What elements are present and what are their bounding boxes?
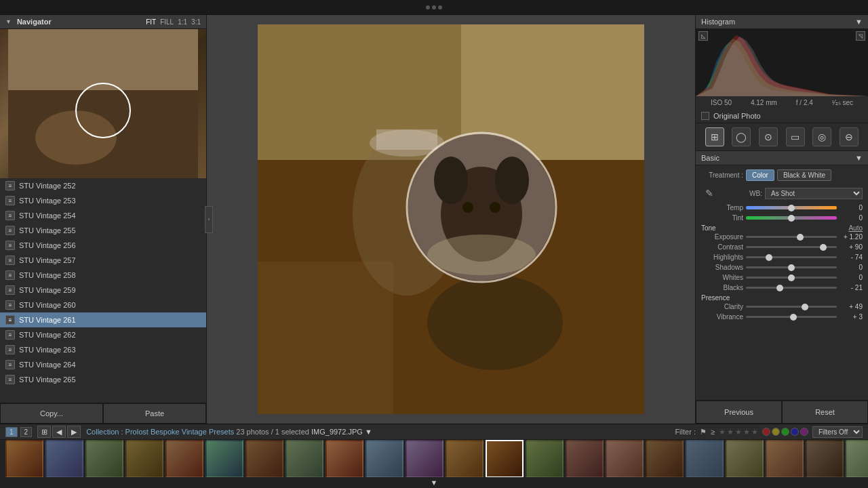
film-thumb[interactable] [766,440,804,477]
list-item[interactable]: ≡ STU Vintage 255 [0,223,206,238]
star-filter[interactable]: ★★★★★ [719,428,758,436]
lens-correction-icon[interactable]: ⊖ [840,127,859,146]
whites-slider[interactable] [746,277,837,279]
list-item[interactable]: ≡ STU Vintage 262 [0,327,206,342]
filename-dropdown[interactable]: ▼ [365,428,372,436]
red-filter[interactable] [762,428,770,436]
film-thumb[interactable] [726,440,764,477]
highlight-clipping-icon[interactable]: ◹ [856,31,865,41]
page-1-button[interactable]: 1 [5,427,18,437]
focal-length-value: 4.12 mm [751,99,777,106]
list-item[interactable]: ≡ STU Vintage 253 [0,193,206,208]
reset-button[interactable]: Reset [782,401,868,424]
fit-option-fill[interactable]: FILL [160,18,174,26]
fit-option-fit[interactable]: FIT [146,18,156,26]
clarity-slider[interactable] [746,306,837,308]
paste-button[interactable]: Paste [103,403,206,424]
highlights-thumb[interactable] [766,254,772,261]
temp-slider-thumb[interactable] [788,205,795,211]
film-thumb[interactable] [646,440,684,477]
list-item[interactable]: ≡ STU Vintage 254 [0,208,206,223]
blacks-slider[interactable] [746,287,837,289]
film-thumb[interactable] [326,440,363,477]
film-thumb[interactable] [245,440,283,477]
list-item[interactable]: ≡ STU Vintage 252 [0,178,206,193]
bw-treatment-button[interactable]: Black & White [777,169,831,181]
tint-slider-thumb[interactable] [788,215,795,222]
shadows-slider[interactable] [746,266,837,268]
film-thumb[interactable] [446,440,484,477]
fit-option-3-1[interactable]: 3:1 [191,18,201,26]
list-item-selected[interactable]: ≡ STU Vintage 261 [0,312,206,327]
list-item[interactable]: ≡ STU Vintage 265 [0,372,206,387]
contrast-thumb[interactable] [820,244,827,251]
film-thumb[interactable] [686,440,724,477]
vibrance-slider[interactable] [746,316,837,318]
film-thumb[interactable] [165,440,203,477]
film-thumb[interactable] [5,440,43,477]
wb-select[interactable]: As Shot [765,188,863,199]
purple-filter[interactable] [800,428,808,436]
shadow-clipping-icon[interactable]: ◺ [698,31,708,41]
list-item[interactable]: ≡ STU Vintage 263 [0,342,206,357]
film-thumb-selected[interactable] [486,440,524,477]
copy-button[interactable]: Copy... [0,403,103,424]
prev-arrow[interactable]: ◀ [52,426,66,438]
filter-greater[interactable]: ≥ [711,428,715,436]
histogram-collapse-icon[interactable]: ▼ [855,18,863,26]
film-thumb[interactable] [846,440,868,477]
tone-curve-icon[interactable]: ◯ [732,127,751,146]
film-thumb[interactable] [406,440,443,477]
previous-button[interactable]: Previous [696,401,782,424]
page-2-button[interactable]: 2 [20,427,33,437]
green-filter[interactable] [781,428,789,436]
temp-slider-track[interactable] [746,206,837,209]
list-item[interactable]: ≡ STU Vintage 259 [0,283,206,298]
auto-button[interactable]: Auto [848,224,863,232]
film-thumb[interactable] [526,440,564,477]
split-toning-icon[interactable]: ▭ [786,127,805,146]
navigator-collapse-triangle[interactable]: ▼ [5,18,12,25]
clarity-thumb[interactable] [802,304,808,310]
color-treatment-button[interactable]: Color [746,169,774,181]
filmstrip-collapse-button[interactable]: ▼ [0,477,868,488]
exposure-thumb[interactable] [797,234,804,241]
list-item[interactable]: ≡ STU Vintage 257 [0,253,206,268]
left-panel-collapse[interactable]: ‹ [205,206,213,233]
shadows-thumb[interactable] [788,264,795,271]
yellow-filter[interactable] [772,428,780,436]
hsl-icon[interactable]: ⊙ [759,127,778,146]
list-item[interactable]: ≡ STU Vintage 256 [0,238,206,253]
flag-icon[interactable]: ⚑ [700,428,707,436]
contrast-slider[interactable] [746,246,837,248]
film-thumb[interactable] [566,440,604,477]
tint-slider-track[interactable] [746,216,837,220]
vibrance-thumb[interactable] [790,314,797,321]
film-thumb[interactable] [45,440,83,477]
list-item[interactable]: ≡ STU Vintage 258 [0,268,206,283]
eyedropper-tool[interactable]: ✎ [701,185,717,201]
blue-filter[interactable] [791,428,799,436]
original-photo-checkbox[interactable] [701,112,709,120]
detail-icon[interactable]: ◎ [812,127,831,146]
grid-view-icon[interactable]: ⊞ [37,426,51,438]
list-item[interactable]: ≡ STU Vintage 260 [0,298,206,312]
film-thumb[interactable] [205,440,243,477]
exposure-slider[interactable] [746,236,837,238]
film-thumb[interactable] [806,440,844,477]
highlights-slider[interactable] [746,256,837,258]
navigator-thumbnail[interactable] [0,29,206,178]
whites-thumb[interactable] [788,274,795,281]
film-thumb[interactable] [125,440,163,477]
fit-option-1-1[interactable]: 1:1 [178,18,187,26]
film-thumb[interactable] [606,440,644,477]
list-item[interactable]: ≡ STU Vintage 264 [0,357,206,372]
film-thumb[interactable] [85,440,123,477]
film-thumb[interactable] [366,440,403,477]
filters-off-select[interactable]: Filters Off [812,426,863,438]
basic-tool-icon[interactable]: ⊞ [705,127,724,146]
next-arrow[interactable]: ▶ [67,426,81,438]
film-thumb[interactable] [285,440,323,477]
blacks-thumb[interactable] [776,285,783,291]
basic-panel-collapse[interactable]: ▼ [855,154,863,162]
